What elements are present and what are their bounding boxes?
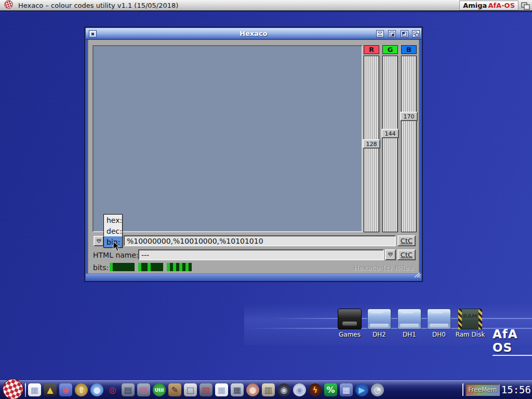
afaos-brand-text: AfA OS	[493, 327, 532, 356]
blue-slider-knob[interactable]: 170	[400, 112, 418, 121]
format-popup-button[interactable]	[94, 236, 104, 246]
window-prefs-icon[interactable]: ▦	[340, 383, 353, 396]
drv-blue-icon[interactable]	[367, 309, 391, 329]
net-globe-icon[interactable]: ●	[246, 383, 259, 396]
drv-blue-icon[interactable]	[397, 309, 421, 329]
screen-title: Hexaco – colour codes utility v1.1 (15/0…	[18, 2, 178, 9]
screen-depth-gadget[interactable]	[521, 2, 530, 12]
desktop-icon-label: DH0	[424, 331, 454, 338]
utilities-icon[interactable]: Util	[153, 383, 166, 396]
freemem-bracket	[462, 383, 463, 396]
slider-green: G144	[382, 45, 398, 54]
fire-icon[interactable]: ϟ	[309, 383, 322, 396]
mouse-cursor	[113, 241, 121, 255]
memopad-icon[interactable]: ▦	[28, 383, 41, 396]
prefs-gui-icon[interactable]: ▧	[137, 383, 150, 396]
camera-lens-icon[interactable]: ◉	[277, 383, 290, 396]
resize-grip-icon[interactable]	[413, 270, 420, 280]
prefs-locale-icon[interactable]: ▧	[200, 383, 212, 396]
calculator-icon[interactable]: ▦	[231, 383, 244, 396]
colour-preview-area	[92, 45, 363, 232]
cd-player-icon[interactable]: ◉	[293, 383, 306, 396]
desktop-icon-label: Games	[335, 331, 365, 338]
window-titlebar[interactable]: Hexaco	[86, 28, 421, 39]
desktop-icon-dh0[interactable]: DH0	[424, 309, 454, 338]
desktop-icon-label: DH2	[364, 331, 394, 338]
media-player-icon[interactable]: ▶	[355, 383, 368, 396]
red-slider-knob[interactable]: 128	[363, 139, 380, 149]
desktop-icon-dh1[interactable]: DH1	[394, 309, 424, 338]
drv-ram-icon[interactable]: RAM	[458, 309, 482, 329]
editor-icon[interactable]: ✎	[168, 383, 181, 396]
bits-label: bits:	[93, 263, 109, 272]
freemem-button[interactable]: FreeMem	[466, 384, 500, 396]
html-name-input[interactable]: ---	[138, 249, 384, 260]
help-ring-icon[interactable]: ◎	[106, 383, 119, 396]
bit-0	[131, 263, 135, 271]
green-slider-knob[interactable]: 144	[381, 129, 399, 138]
blue-header: B	[401, 45, 417, 54]
afaos-logo: Amiga AfA-OS	[459, 1, 518, 10]
exchange-icon[interactable]: ⇧	[75, 383, 88, 396]
taskbar-boing-ball-icon[interactable]	[2, 378, 24, 399]
format-option-hex[interactable]: hex:	[104, 215, 122, 225]
slider-red: R128	[364, 45, 379, 54]
format-option-dec[interactable]: dec:	[104, 225, 122, 236]
green-slider-track[interactable]: 144	[382, 56, 398, 232]
red-header: R	[364, 45, 379, 54]
shell-icon[interactable]: ▲	[44, 383, 57, 396]
desktop-icon-label: Ram Disk	[455, 331, 485, 338]
drv-dark-icon[interactable]	[338, 309, 362, 329]
screen-titlebar: Hexaco – colour codes utility v1.1 (15/0…	[0, 0, 532, 11]
browser-globe-icon[interactable]: ●	[90, 383, 103, 396]
slider-blue: B170	[401, 45, 417, 54]
installer-icon[interactable]: ▥	[262, 383, 275, 396]
copy-to-clipboard-html-button[interactable]: CtC	[397, 249, 416, 260]
iconify-icon[interactable]	[376, 30, 384, 37]
bit-0	[160, 263, 163, 271]
window-title: Hexaco	[86, 30, 421, 37]
desktop-icon-label: DH1	[394, 331, 424, 338]
clock: 15:56	[501, 384, 531, 395]
notepad-icon[interactable]: ▦	[215, 383, 228, 396]
world-globe-icon[interactable]: ◔	[371, 383, 384, 396]
colour-value-input[interactable]: %10000000,%10010000,%10101010	[124, 235, 396, 246]
prefs-screen-icon[interactable]: ▤	[122, 383, 135, 396]
taskbar: ▦▲◉⇧●◎▤▧Util✎□▧▦▦●▥◉◉ϟ%▦▶◔ FreeMem 15:56	[0, 380, 532, 399]
jump-screen-icon[interactable]	[388, 30, 396, 37]
window-content: R128G144B170 %10000000,%10010000,%101010…	[88, 39, 419, 274]
taskbar-separator	[25, 383, 26, 397]
copy-to-clipboard-value-button[interactable]: CtC	[397, 235, 416, 246]
vnc-icon[interactable]: %	[324, 383, 337, 396]
bits-group-2	[138, 263, 163, 271]
boing-ball-icon	[4, 0, 13, 11]
bits-group-3	[167, 263, 192, 271]
drv-blue-icon[interactable]	[427, 309, 451, 329]
zoom-icon[interactable]	[401, 30, 408, 37]
credit-text: Hexaco (c) R-Tea	[353, 264, 414, 272]
desktop-icon-games[interactable]: Games	[335, 309, 365, 338]
green-header: G	[382, 45, 398, 54]
red-slider-track[interactable]: 128	[364, 56, 379, 232]
desktop-icon-dh2[interactable]: DH2	[364, 309, 394, 338]
depth-icon[interactable]	[412, 30, 420, 37]
scanner-icon[interactable]: □	[184, 383, 197, 396]
close-icon[interactable]	[89, 30, 97, 37]
multiview-icon[interactable]: ◉	[59, 383, 72, 396]
html-name-popup-button[interactable]	[385, 249, 396, 260]
bit-0	[189, 263, 192, 271]
desktop-icon-ram-disk[interactable]: RAMRam Disk	[455, 309, 485, 338]
blue-slider-track[interactable]: 170	[401, 56, 417, 232]
window-bottom-border	[86, 274, 421, 281]
hexaco-window: Hexaco R128G144B170 %10000000,%10010000,…	[85, 27, 422, 282]
bits-group-1	[110, 263, 135, 271]
